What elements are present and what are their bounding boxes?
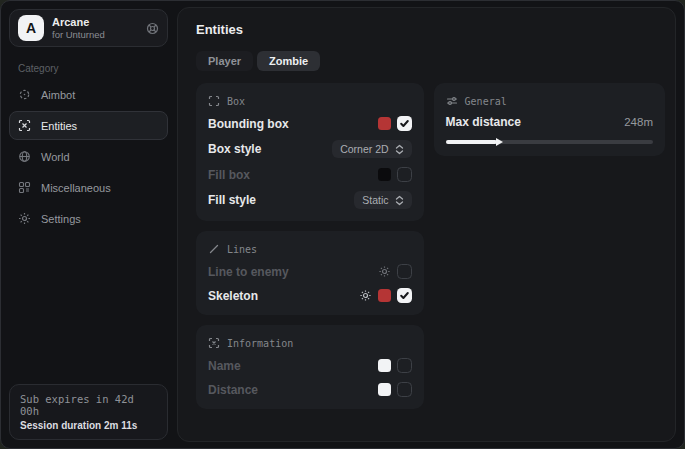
setting-label: Name (208, 359, 378, 373)
sidebar-item-label: Entities (41, 120, 77, 132)
general-card-title: General (465, 96, 507, 107)
lines-card: Lines Line to enemy (196, 231, 424, 315)
setting-row-box-style: Box style Corner 2D (208, 140, 412, 158)
sidebar-item-world[interactable]: World (9, 142, 168, 171)
main-panel: Entities Player Zombie Box (177, 7, 676, 442)
sidebar-item-aimbot[interactable]: Aimbot (9, 80, 168, 109)
sidebar-item-label: Miscellaneous (41, 182, 111, 194)
crosshair-icon (18, 88, 31, 101)
setting-row-bounding-box: Bounding box (208, 116, 412, 131)
setting-row-fill-box: Fill box (208, 167, 412, 182)
app-subtitle: for Unturned (52, 29, 105, 40)
slider-thumb[interactable] (496, 138, 503, 146)
sidebar-item-label: World (41, 151, 70, 163)
max-distance-value: 248m (624, 116, 653, 128)
sub-expires-text: Sub expires in 42d 00h (20, 393, 157, 417)
session-duration-text: Session duration 2m 11s (20, 420, 157, 431)
setting-row-distance: Distance (208, 382, 412, 397)
skeleton-settings-gear-icon[interactable] (359, 289, 372, 302)
tab-zombie[interactable]: Zombie (257, 51, 320, 71)
sidebar: A Arcane for Unturned Category A (1, 1, 176, 448)
sidebar-item-settings[interactable]: Settings (9, 204, 168, 233)
box-style-dropdown[interactable]: Corner 2D (332, 140, 411, 158)
slider-fill (446, 140, 498, 144)
setting-label: Fill style (208, 193, 354, 207)
dropdown-value: Corner 2D (340, 143, 388, 155)
color-swatch[interactable] (378, 117, 391, 130)
sidebar-item-label: Settings (41, 213, 81, 225)
setting-row-skeleton: Skeleton (208, 288, 412, 303)
line-settings-gear-icon[interactable] (378, 265, 391, 278)
sidebar-item-entities[interactable]: Entities (9, 111, 168, 140)
skeleton-checkbox[interactable] (397, 288, 412, 303)
line-to-enemy-checkbox[interactable] (397, 264, 412, 279)
name-checkbox[interactable] (397, 358, 412, 373)
color-swatch[interactable] (378, 289, 391, 302)
setting-label: Box style (208, 142, 332, 156)
max-distance-slider[interactable] (446, 140, 653, 144)
setting-row-line-to-enemy: Line to enemy (208, 264, 412, 279)
color-swatch[interactable] (378, 383, 391, 396)
information-card: Information Name Distance (196, 325, 424, 409)
setting-row-fill-style: Fill style Static (208, 191, 412, 209)
bounding-box-checkbox[interactable] (397, 116, 412, 131)
box-card: Box Bounding box Box style (196, 83, 424, 221)
entities-icon (18, 119, 31, 132)
box-card-title: Box (227, 96, 245, 107)
fill-box-checkbox[interactable] (397, 167, 412, 182)
setting-row-name: Name (208, 358, 412, 373)
max-distance-label: Max distance (446, 115, 521, 129)
sidebar-item-miscellaneous[interactable]: Miscellaneous (9, 173, 168, 202)
setting-label: Line to enemy (208, 265, 378, 279)
dropdown-value: Static (362, 194, 388, 206)
fill-style-dropdown[interactable]: Static (354, 191, 411, 209)
chevrons-up-down-icon (395, 195, 404, 206)
globe-icon (18, 150, 31, 163)
sidebar-item-label: Aimbot (41, 89, 75, 101)
distance-checkbox[interactable] (397, 382, 412, 397)
color-swatch[interactable] (378, 359, 391, 372)
box-scan-icon (208, 95, 220, 107)
tab-player[interactable]: Player (196, 51, 253, 71)
lifebuoy-icon[interactable] (146, 22, 159, 35)
setting-label: Distance (208, 383, 378, 397)
brand-card: A Arcane for Unturned (9, 9, 168, 47)
app-title: Arcane (52, 16, 105, 29)
sidebar-nav: Aimbot Entities World (9, 80, 168, 233)
chevrons-up-down-icon (395, 144, 404, 155)
color-swatch[interactable] (378, 168, 391, 181)
page-title: Entities (196, 22, 665, 37)
app-window: A Arcane for Unturned Category A (0, 0, 685, 449)
category-label: Category (18, 63, 168, 74)
subscription-card: Sub expires in 42d 00h Session duration … (9, 384, 168, 440)
app-logo: A (18, 15, 44, 41)
entity-tabs: Player Zombie (196, 51, 665, 71)
info-scan-icon (208, 337, 220, 349)
gear-icon (18, 212, 31, 225)
information-card-title: Information (227, 338, 293, 349)
setting-label: Bounding box (208, 117, 378, 131)
general-card: General Max distance 248m (434, 83, 665, 156)
grid-icon (18, 181, 31, 194)
line-icon (208, 243, 220, 255)
setting-label: Fill box (208, 168, 378, 182)
sliders-icon (446, 95, 458, 107)
setting-label: Skeleton (208, 289, 359, 303)
lines-card-title: Lines (227, 244, 257, 255)
